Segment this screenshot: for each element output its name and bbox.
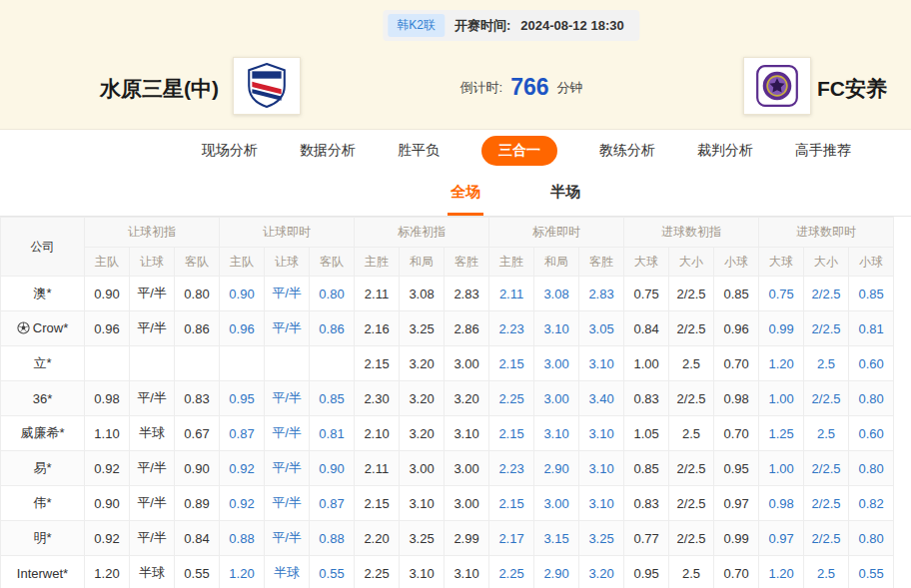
odds-cell: 0.55 — [310, 556, 355, 588]
odds-cell: 半球 — [265, 556, 310, 588]
odds-cell: 0.80 — [849, 451, 894, 486]
odds-cell: 3.00 — [400, 451, 445, 486]
odds-cell: 0.81 — [849, 311, 894, 346]
odds-cell: 3.10 — [400, 556, 445, 588]
nav-tab-live-analysis[interactable]: 现场分析 — [202, 142, 258, 160]
nav-tab-expert-picks[interactable]: 高手推荐 — [795, 142, 851, 160]
subtab-half-match[interactable]: 半场 — [547, 172, 583, 216]
odds-cell: 0.90 — [220, 277, 265, 311]
odds-cell: 2.5 — [804, 346, 849, 381]
odds-cell: 平/半 — [265, 521, 310, 556]
odds-cell: 0.92 — [85, 521, 130, 556]
odds-cell: 平/半 — [130, 451, 175, 486]
odds-cell: 0.86 — [175, 311, 220, 346]
odds-cell: 2/2.5 — [669, 277, 714, 311]
nav-tab-referee-analysis[interactable]: 裁判分析 — [697, 142, 753, 160]
home-team-name: 水原三星(中) — [100, 75, 219, 103]
odds-cell: 3.00 — [534, 486, 579, 521]
company-cell[interactable]: Interwet* — [1, 556, 85, 588]
odds-cell: 3.20 — [400, 346, 445, 381]
company-cell[interactable]: 澳* — [1, 277, 85, 311]
odds-cell: 2/2.5 — [804, 521, 849, 556]
sub-header-handicap-live-2: 客队 — [310, 248, 355, 277]
odds-cell: 2.23 — [489, 451, 534, 486]
soccer-ball-icon — [17, 321, 30, 337]
odds-cell: 平/半 — [130, 277, 175, 311]
odds-cell: 2.90 — [534, 451, 579, 486]
group-header-handicap-initial: 让球初指 — [85, 218, 220, 248]
odds-cell: 平/半 — [130, 521, 175, 556]
nav-tab-three-in-one[interactable]: 三合一 — [481, 136, 557, 166]
odds-cell: 2/2.5 — [804, 381, 849, 416]
company-cell[interactable]: 立* — [1, 346, 85, 381]
company-name: 澳* — [33, 286, 51, 300]
nav-tab-data-analysis[interactable]: 数据分析 — [300, 142, 356, 160]
odds-cell — [85, 346, 130, 381]
odds-cell: 2.15 — [489, 346, 534, 381]
odds-cell: 0.95 — [624, 556, 669, 588]
home-team-crest-icon — [246, 63, 288, 109]
company-name: 威廉希* — [20, 425, 64, 440]
odds-cell: 0.60 — [849, 346, 894, 381]
company-name: 36* — [33, 391, 53, 406]
company-name: 明* — [33, 530, 51, 545]
odds-cell: 3.10 — [534, 311, 579, 346]
company-cell[interactable]: 易* — [1, 451, 85, 486]
company-cell[interactable]: 36* — [1, 381, 85, 416]
odds-cell: 0.80 — [175, 277, 220, 311]
odds-cell: 2.10 — [355, 416, 400, 451]
odds-cell: 2/2.5 — [669, 311, 714, 346]
sub-header-handicap-initial-2: 客队 — [175, 248, 220, 277]
sub-header-1x2-live-1: 和局 — [534, 248, 579, 277]
odds-cell: 0.96 — [85, 311, 130, 346]
odds-cell: 3.10 — [579, 486, 624, 521]
odds-cell: 0.70 — [714, 346, 759, 381]
odds-cell: 2.15 — [489, 416, 534, 451]
nav-tab-win-draw-lose[interactable]: 胜平负 — [398, 142, 440, 160]
odds-row: 立*2.153.203.002.153.003.101.002.50.701.2… — [1, 346, 894, 381]
odds-cell: 2.5 — [669, 416, 714, 451]
odds-cell: 2.5 — [804, 556, 849, 588]
match-header: 韩K2联 开赛时间: 2024-08-12 18:30 水原三星(中) 倒计时:… — [0, 0, 911, 130]
sub-header-handicap-initial-0: 主队 — [85, 248, 130, 277]
odds-cell: 2/2.5 — [804, 486, 849, 521]
main-nav: 现场分析数据分析胜平负三合一教练分析裁判分析高手推荐 — [0, 130, 911, 172]
odds-cell — [310, 346, 355, 381]
odds-cell: 1.20 — [220, 556, 265, 588]
subtab-full-match[interactable]: 全场 — [448, 172, 483, 216]
sub-header-handicap-live-1: 让球 — [265, 248, 310, 277]
sub-header-handicap-live-0: 主队 — [220, 248, 265, 277]
odds-row: Interwet*1.20半球0.551.20半球0.552.253.103.1… — [1, 556, 894, 588]
odds-cell: 2.25 — [489, 381, 534, 416]
company-name: 伟* — [33, 495, 51, 510]
nav-tab-coach-analysis[interactable]: 教练分析 — [599, 142, 655, 160]
odds-row: 伟*0.90平/半0.890.92平/半0.872.153.103.002.15… — [1, 486, 894, 521]
company-cell[interactable]: Crow* — [1, 311, 85, 346]
odds-cell: 半球 — [130, 416, 175, 451]
sub-header-goals-live-0: 大球 — [759, 248, 804, 277]
odds-cell: 0.95 — [714, 451, 759, 486]
company-cell[interactable]: 威廉希* — [1, 416, 85, 451]
odds-cell: 3.10 — [579, 416, 624, 451]
odds-cell: 平/半 — [130, 486, 175, 521]
odds-cell: 0.55 — [849, 556, 894, 588]
company-name: 立* — [33, 355, 51, 370]
odds-cell: 2.5 — [804, 416, 849, 451]
company-cell[interactable]: 伟* — [1, 486, 85, 521]
odds-cell: 平/半 — [265, 416, 310, 451]
company-cell[interactable]: 明* — [1, 521, 85, 556]
sub-header-handicap-initial-1: 让球 — [130, 248, 175, 277]
odds-cell: 0.60 — [849, 416, 894, 451]
odds-cell: 3.10 — [579, 346, 624, 381]
sub-header-goals-initial-0: 大球 — [624, 248, 669, 277]
odds-cell: 0.67 — [175, 416, 220, 451]
kickoff-bar: 韩K2联 开赛时间: 2024-08-12 18:30 — [383, 10, 639, 41]
odds-cell: 0.75 — [624, 277, 669, 311]
sub-header-goals-initial-2: 小球 — [714, 248, 759, 277]
company-name: Crow* — [33, 320, 68, 335]
league-badge[interactable]: 韩K2联 — [388, 14, 445, 37]
period-subtabs: 全场半场 — [0, 172, 911, 217]
odds-cell: 0.80 — [310, 277, 355, 311]
odds-cell: 3.00 — [445, 346, 489, 381]
odds-cell: 0.86 — [310, 311, 355, 346]
